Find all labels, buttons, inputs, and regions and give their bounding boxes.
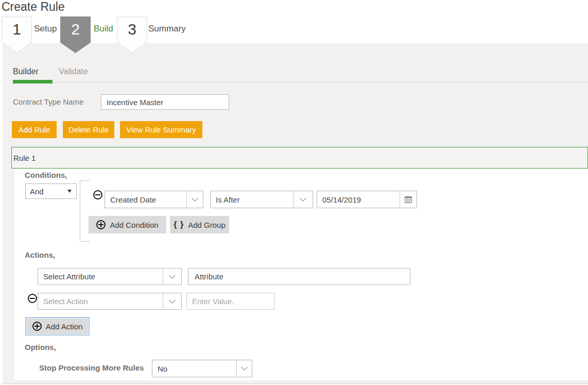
add-condition-button[interactable]: Add Condition <box>89 216 166 233</box>
plus-bar-v <box>37 324 38 329</box>
step-number-build: 2 <box>71 21 80 53</box>
plus-bar-v <box>100 222 101 227</box>
remove-condition-icon[interactable] <box>93 190 102 199</box>
add-action-button[interactable]: Add Action <box>25 317 90 336</box>
view-rule-summary-button[interactable]: View Rule Summary <box>120 121 202 138</box>
calendar-icon <box>404 195 412 204</box>
action-attribute-select[interactable]: Select Attribute <box>38 268 182 285</box>
add-group-label: Add Group <box>188 221 226 229</box>
tab-builder[interactable]: Builder <box>13 67 39 76</box>
date-picker-button[interactable] <box>400 191 417 208</box>
stop-processing-value: No <box>152 360 236 377</box>
condition-attribute-value: Created Date <box>105 191 186 208</box>
chevron-down-icon <box>169 297 176 304</box>
step-label-build: Build <box>94 24 113 34</box>
actions-label: Actions, <box>25 250 55 259</box>
action-value-input[interactable]: Enter Value. <box>186 293 274 310</box>
chevron-down-icon <box>300 195 306 202</box>
tab-active-underline <box>13 80 53 83</box>
page-title: Create Rule <box>2 0 65 14</box>
plus-circle-icon <box>32 322 42 331</box>
action-select-placeholder: Select Action <box>38 293 163 309</box>
stop-processing-chevron-cell[interactable] <box>236 360 252 377</box>
action-attribute-chevron-cell[interactable] <box>163 269 181 284</box>
minus-bar <box>95 194 100 195</box>
condition-comparator-select[interactable]: Is After <box>210 191 313 208</box>
condition-comparator-chevron-cell[interactable] <box>293 191 313 208</box>
contract-type-name-label: Contract Type Name <box>13 97 83 106</box>
chevron-down-icon <box>241 364 248 371</box>
stop-processing-label: Stop Processing More Rules <box>39 363 144 372</box>
minus-bar <box>30 298 35 299</box>
conditions-label: Conditions, <box>25 171 67 179</box>
delete-rule-button[interactable]: Delete Rule <box>63 121 114 138</box>
action-attribute-input[interactable]: Attribute <box>188 268 410 285</box>
options-label: Options, <box>25 343 56 351</box>
add-condition-label: Add Condition <box>110 221 158 229</box>
condition-date-input[interactable]: 05/14/2019 <box>317 191 417 208</box>
plus-circle-icon <box>96 220 106 229</box>
chevron-down-icon <box>192 195 198 202</box>
condition-comparator-value: Is After <box>211 191 293 208</box>
braces-icon: { } <box>174 220 184 229</box>
add-group-button[interactable]: { } Add Group <box>170 216 229 233</box>
rule-header[interactable]: Rule 1 <box>11 147 588 169</box>
tab-divider-line <box>13 82 588 82</box>
create-rule-page: Create Rule 1 Setup 2 Build 3 Summary Bu… <box>0 0 588 385</box>
action-select-chevron-cell[interactable] <box>163 293 181 309</box>
contract-type-name-input[interactable]: Incentive Master <box>101 94 229 110</box>
remove-action-icon[interactable] <box>28 294 37 303</box>
chevron-down-icon <box>169 272 176 279</box>
condition-operator-value: And <box>30 187 44 196</box>
action-select[interactable]: Select Action <box>38 293 182 310</box>
step-label-summary: Summary <box>148 24 186 34</box>
condition-date-value[interactable]: 05/14/2019 <box>317 191 400 208</box>
dropdown-arrow-icon <box>67 190 72 193</box>
step-number-summary: 3 <box>128 21 136 53</box>
condition-attribute-select[interactable]: Created Date <box>105 191 203 208</box>
condition-attribute-chevron-cell[interactable] <box>186 191 203 208</box>
condition-operator-select[interactable]: And <box>25 183 77 199</box>
tab-validate[interactable]: Validate <box>59 67 88 76</box>
add-action-label: Add Action <box>46 322 83 331</box>
stop-processing-select[interactable]: No <box>152 360 252 377</box>
add-rule-button[interactable]: Add Rule <box>12 121 57 138</box>
action-attribute-select-value: Select Attribute <box>38 269 163 284</box>
step-number-setup: 1 <box>12 21 21 53</box>
step-label-setup: Setup <box>34 24 57 34</box>
